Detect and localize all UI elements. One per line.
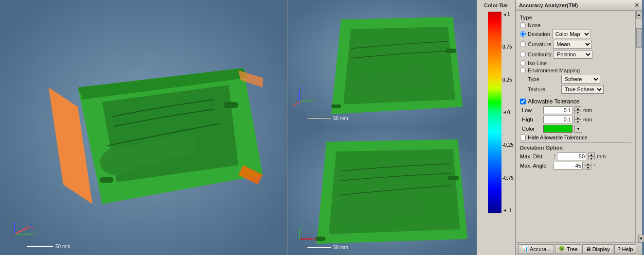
svg-line-30 [294,101,300,106]
max-angle-row: Max. Angle ▲ ▼ ° [520,162,631,170]
max-dist-spin: ▲ ▼ [588,153,595,160]
radio-env-mapping[interactable] [520,68,526,73]
svg-text:Y: Y [314,99,317,103]
axis-indicator-top-right: Y Z X [292,86,319,110]
deviation-option-label: Deviation Option [520,145,631,151]
radio-continuity[interactable] [520,51,526,57]
scroll-thumb[interactable] [636,28,642,48]
hide-tolerance-checkbox[interactable] [520,135,526,140]
radio-curvature-label: Curvature [528,41,551,47]
env-texture-row: Texture True Sphere Flat [528,85,631,94]
help-button[interactable]: ? Help [614,244,637,254]
svg-text:X: X [31,225,34,230]
color-bar-panel: Color Bar ◄1 0.75 0.25 ◄0 -0.25 -0.75 ◄-… [477,0,516,255]
allowable-tolerance-label: Allowable Tolerance [528,98,580,105]
analyzer-bottom-toolbar: 📊 Accura... 🌳 Tree 🖥 Display ? Help [516,242,642,255]
low-unit: mm [583,107,592,113]
svg-point-35 [332,203,369,226]
hide-tolerance-label: Hide Allowable Tolerance [528,135,588,140]
svg-line-12 [15,227,29,234]
high-row: High ▲ ▼ mm [522,116,631,123]
accuracy-button[interactable]: 📊 Accura... [518,244,554,254]
svg-rect-10 [224,102,238,108]
analyzer-panel-title: Accuracy Analyzer(TM) [519,2,578,8]
accuracy-icon: 📊 [521,246,528,252]
svg-rect-25 [331,104,341,108]
color-swatch[interactable] [543,125,572,133]
svg-text:X: X [314,237,317,241]
tree-icon: 🌳 [558,246,565,252]
color-label: Color [522,126,541,132]
svg-text:Y: Y [301,224,304,229]
svg-point-36 [363,199,397,221]
max-dist-spin-up[interactable]: ▲ [588,153,595,156]
high-spin-down[interactable]: ▼ [574,119,581,123]
high-value-input[interactable] [543,116,572,123]
max-dist-unit: mm [597,153,606,159]
hide-tolerance-row: Hide Allowable Tolerance [520,135,631,140]
low-label: Low [522,107,541,113]
right-viewports: Y Z X 50 mm [287,0,477,255]
low-spin-up[interactable]: ▲ [574,106,581,110]
analyzer-panel-header: Accuracy Analyzer(TM) ✕ [516,0,642,11]
env-texture-label: Texture [528,86,559,92]
radio-isoline-label: Iso-Line [528,60,547,66]
type-label: Type [520,15,631,20]
viewport-top-right[interactable]: Y Z X 50 mm [287,0,477,127]
curvature-dropdown[interactable]: Mean Gaussian [553,40,592,49]
help-icon: ? [618,246,621,252]
svg-text:Y: Y [33,232,36,237]
radio-isoline[interactable] [520,60,526,66]
env-type-dropdown[interactable]: Sphere Cylinder [561,75,600,84]
scale-bar-left: 50 mm [27,244,71,249]
svg-text:X: X [292,102,295,107]
color-swatch-dropdown[interactable]: ▼ [574,125,582,133]
env-texture-dropdown[interactable]: True Sphere Flat [561,85,604,94]
high-spin-up[interactable]: ▲ [574,116,581,119]
max-angle-spin-up[interactable]: ▲ [585,162,591,166]
panel-scrollbar[interactable]: ▲ ▼ [635,11,642,242]
viewport-bottom-right[interactable]: X Y 50 mm [287,127,477,255]
left-viewport-model [0,0,287,255]
radio-deviation-label: Deviation [528,31,550,37]
radio-none-label: None [528,22,540,28]
deviation-dropdown[interactable]: Color Map Histogram [552,30,591,38]
allowable-tolerance-checkbox[interactable] [520,99,526,104]
display-icon: 🖥 [586,246,591,252]
color-bar-title: Color Bar [484,2,508,8]
max-angle-input[interactable] [554,162,583,170]
radio-env-mapping-label: Environment Mapping [528,68,580,73]
radio-none[interactable] [520,22,526,28]
radio-envmapping-row: Environment Mapping [520,68,631,73]
label-0: ◄0 [502,110,514,115]
max-angle-spin-down[interactable]: ▼ [585,166,591,170]
scale-bar-bottom-right: 50 mm [307,245,348,250]
radio-isoline-row: Iso-Line [520,60,631,66]
tree-button[interactable]: 🌳 Tree [555,244,581,254]
radio-curvature[interactable] [520,41,526,47]
continuity-dropdown[interactable]: Position Tangent [554,50,592,59]
label-neg1: ◄-1 [502,208,514,213]
low-value-input[interactable] [543,106,572,114]
svg-text:Z: Z [301,86,304,91]
svg-point-37 [392,195,424,215]
radio-deviation[interactable] [520,31,526,37]
color-row: Color ▼ [522,125,631,133]
analyzer-panel-content: Type None Deviation Color Map Histogram … [516,11,635,242]
panel-close-button[interactable]: ✕ [634,2,639,9]
max-angle-unit: ° [593,163,595,169]
scroll-up-btn[interactable]: ▲ [636,11,642,18]
label-075: 0.75 [502,44,514,50]
label-1: ◄1 [502,12,514,17]
label-025: 0.25 [502,77,514,83]
viewport-left[interactable]: Z Y X 50 mm [0,0,287,255]
allowable-tolerance-row: Allowable Tolerance [520,98,631,105]
scroll-down-btn[interactable]: ▼ [638,235,642,242]
display-button[interactable]: 🖥 Display [582,244,613,254]
high-spin-buttons: ▲ ▼ [574,116,581,123]
low-spin-down[interactable]: ▼ [574,110,581,114]
max-dist-spin-down[interactable]: ▼ [588,156,595,160]
max-dist-input[interactable] [557,153,586,160]
scale-bar-top-right: 50 mm [307,116,348,121]
low-row: Low ▲ ▼ mm [522,106,631,114]
